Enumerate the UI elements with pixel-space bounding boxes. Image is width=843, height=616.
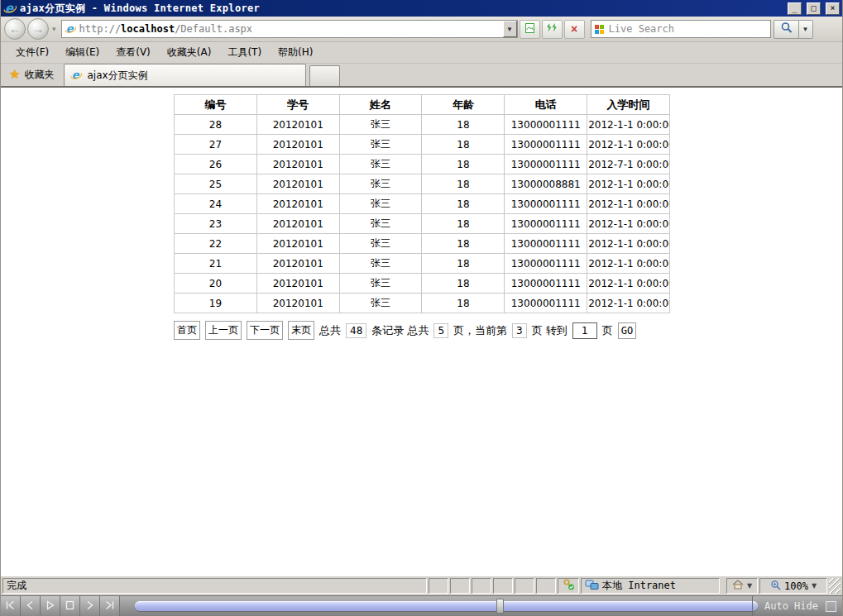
player-scrubber[interactable] — [135, 601, 758, 611]
table-cell: 张三 — [339, 115, 422, 135]
svg-text:e: e — [65, 23, 74, 35]
table-cell: 25 — [175, 174, 257, 194]
status-panel — [450, 578, 470, 594]
table-cell: 13000001111 — [505, 234, 587, 254]
forward-button[interactable]: → — [27, 18, 49, 40]
search-box[interactable]: Live Search — [591, 20, 771, 38]
table-cell: 22 — [175, 234, 257, 254]
page-suffix-label: 页 — [602, 323, 613, 338]
address-dropdown-button[interactable]: ▼ — [503, 21, 517, 37]
auto-hide-group: Auto Hide — [752, 596, 842, 616]
table-cell: 18 — [422, 115, 505, 135]
table-cell: 2012-1-1 0:00:00 — [587, 174, 670, 194]
table-cell: 13000001111 — [505, 254, 587, 274]
url-host: localhost — [121, 23, 175, 35]
forward-arrow-icon: → — [32, 22, 44, 36]
first-page-button[interactable]: 首页 — [174, 321, 200, 340]
table-cell: 13000001111 — [505, 194, 587, 214]
chevron-right-icon — [84, 600, 95, 613]
minimize-button[interactable]: _ — [788, 2, 802, 15]
page-go-icon — [524, 22, 535, 36]
table-cell: 张三 — [339, 214, 422, 234]
menu-edit[interactable]: 编辑(E) — [57, 42, 108, 63]
header-phone: 电话 — [505, 95, 587, 115]
close-button[interactable]: × — [826, 2, 840, 15]
table-cell: 19 — [175, 294, 257, 313]
menu-view[interactable]: 查看(V) — [108, 42, 159, 63]
title-bar: e ajax分页实例 - Windows Internet Explorer _… — [1, 0, 842, 17]
table-cell: 13000001111 — [505, 135, 587, 155]
zoom-magnifier-icon — [770, 580, 781, 593]
pagination-bar: 首页 上一页 下一页 末页 总共 48 条记录 总共 5 页，当前第 3 页 转… — [174, 321, 842, 340]
go-button-toolbar[interactable] — [520, 20, 540, 39]
resize-grip[interactable] — [829, 578, 841, 594]
table-cell: 28 — [175, 115, 257, 135]
player-next-button[interactable] — [80, 596, 100, 616]
scrubber-thumb[interactable] — [496, 599, 504, 614]
next-page-button[interactable]: 下一页 — [247, 321, 283, 340]
favorites-tab-bar: ★ 收藏夹 e ajax分页实例 — [1, 64, 842, 88]
pages-label: 页，当前第 — [453, 323, 507, 338]
last-page-button[interactable]: 末页 — [288, 321, 314, 340]
back-arrow-icon: ← — [9, 22, 21, 36]
table-row: 2320120101张三18130000011112012-1-1 0:00:0… — [175, 214, 670, 234]
menu-favorites[interactable]: 收藏夹(A) — [159, 42, 220, 63]
svg-text:e: e — [5, 2, 14, 15]
new-tab-button[interactable] — [309, 65, 340, 86]
table-cell: 20120101 — [256, 115, 339, 135]
table-cell: 张三 — [339, 234, 422, 254]
tab-title: ajax分页实例 — [87, 69, 147, 83]
menu-help[interactable]: 帮助(H) — [270, 42, 321, 63]
page-favicon-icon: e — [65, 23, 76, 35]
header-student-no: 学号 — [256, 95, 339, 115]
stop-button[interactable]: × — [564, 20, 585, 39]
table-cell: 18 — [422, 155, 505, 174]
player-stop-button[interactable] — [60, 596, 80, 616]
auto-hide-label: Auto Hide — [764, 600, 818, 612]
maximize-button[interactable]: □ — [807, 2, 821, 15]
table-cell: 20120101 — [256, 254, 339, 274]
goto-label: 页 转到 — [532, 323, 568, 338]
favorites-button[interactable]: ★ 收藏夹 — [6, 64, 64, 86]
goto-page-input[interactable] — [572, 322, 597, 339]
tab-active[interactable]: e ajax分页实例 — [64, 64, 306, 86]
url-text: http://localhost/Default.aspx — [79, 23, 500, 35]
prev-page-button[interactable]: 上一页 — [205, 321, 242, 340]
table-cell: 13000008881 — [505, 174, 587, 194]
table-row: 2420120101张三18130000011112012-1-1 0:00:0… — [175, 194, 670, 214]
menu-tools[interactable]: 工具(T) — [219, 42, 270, 63]
player-prev-button[interactable] — [21, 596, 41, 616]
back-button[interactable]: ← — [4, 18, 26, 40]
player-play-button[interactable] — [41, 596, 60, 616]
url-path: /Default.aspx — [175, 23, 252, 35]
table-cell: 张三 — [339, 254, 422, 274]
table-cell: 18 — [422, 274, 505, 294]
address-bar[interactable]: e http://localhost/Default.aspx ▼ — [61, 20, 518, 38]
history-dropdown-icon[interactable]: ▾ — [52, 25, 56, 33]
table-row: 2620120101张三18130000011112012-7-1 0:00:0… — [175, 155, 670, 174]
auto-hide-checkbox[interactable] — [826, 601, 836, 612]
house-lock-icon — [732, 580, 744, 592]
table-cell: 13000001111 — [505, 274, 587, 294]
zoom-control[interactable]: 100% ▼ — [759, 578, 827, 594]
table-cell: 20120101 — [256, 214, 339, 234]
table-cell: 张三 — [339, 294, 422, 313]
zone-label: 本地 Intranet — [602, 579, 676, 593]
table-cell: 18 — [422, 294, 505, 313]
refresh-button[interactable] — [542, 20, 563, 39]
go-button[interactable]: GO — [618, 322, 636, 339]
table-cell: 13000001111 — [505, 115, 587, 135]
player-first-button[interactable] — [1, 596, 21, 616]
status-panel — [493, 578, 513, 594]
url-scheme: http:// — [79, 23, 122, 35]
table-cell: 2012-1-1 0:00:00 — [587, 234, 670, 254]
table-cell: 2012-1-1 0:00:00 — [587, 194, 670, 214]
status-panel — [429, 578, 448, 594]
search-button[interactable] — [774, 20, 799, 39]
table-cell: 13000001111 — [505, 214, 587, 234]
zone-settings-dropdown[interactable]: ▼ — [726, 578, 758, 594]
menu-file[interactable]: 文件(F) — [7, 42, 57, 63]
player-last-button[interactable] — [100, 596, 120, 616]
search-options-dropdown[interactable]: ▼ — [799, 20, 813, 39]
total-prefix-label: 总共 — [319, 323, 341, 338]
